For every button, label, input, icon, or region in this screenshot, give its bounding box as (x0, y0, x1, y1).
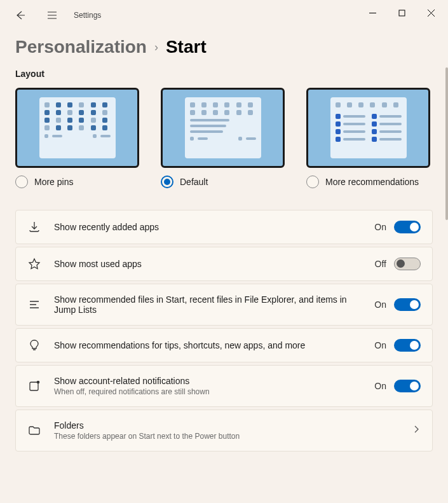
breadcrumb: Personalization › Start (0, 25, 448, 69)
setting-subtitle: When off, required notifications are sti… (54, 387, 362, 396)
toggle-recommendations-tips[interactable] (394, 339, 421, 352)
content: Layout More pins (0, 69, 448, 503)
radio-label: More recommendations (325, 177, 419, 187)
titlebar-left: Settings (0, 0, 101, 31)
setting-recently-added-apps[interactable]: Show recently added apps On (15, 210, 433, 244)
toggle-recently-added[interactable] (394, 221, 421, 233)
chevron-right-icon: › (154, 41, 158, 54)
layout-option-default[interactable]: Default (161, 88, 285, 188)
maximize-button[interactable] (387, 3, 416, 23)
folder-icon (27, 424, 41, 437)
setting-recommended-files[interactable]: Show recommended files in Start, recent … (15, 284, 433, 326)
toggle-state-label: On (374, 222, 386, 232)
toggle-state-label: On (374, 340, 386, 350)
setting-subtitle: These folders appear on Start next to th… (54, 432, 399, 441)
toggle-state-label: On (374, 381, 386, 391)
setting-title: Show recently added apps (54, 222, 362, 232)
radio-default[interactable] (161, 176, 173, 188)
layout-preview-default (161, 88, 285, 168)
layout-preview-more-pins (15, 88, 139, 168)
notification-badge-icon (27, 380, 41, 392)
menu-button[interactable] (42, 5, 62, 25)
radio-label: More pins (34, 177, 73, 187)
app-title: Settings (74, 11, 101, 20)
chevron-right-icon (412, 425, 421, 436)
toggle-most-used[interactable] (394, 258, 421, 270)
download-icon (27, 221, 41, 233)
svg-point-2 (37, 381, 40, 384)
setting-most-used-apps[interactable]: Show most used apps Off (15, 247, 433, 281)
toggle-state-label: On (374, 300, 386, 310)
list-icon (27, 298, 41, 311)
layout-option-more-pins[interactable]: More pins (15, 88, 139, 188)
layout-preview-more-recommendations (306, 88, 430, 168)
setting-title: Show recommended files in Start, recent … (54, 294, 362, 315)
minimize-button[interactable] (358, 3, 387, 23)
toggle-state-label: Off (375, 259, 386, 269)
lightbulb-icon (27, 339, 41, 352)
breadcrumb-parent[interactable]: Personalization (15, 37, 147, 57)
toggle-account-notifications[interactable] (394, 380, 421, 392)
radio-label: Default (180, 177, 208, 187)
setting-title: Show account-related notifications (54, 376, 362, 386)
star-icon (27, 258, 41, 270)
toggle-recommended-files[interactable] (394, 298, 421, 311)
setting-title: Show most used apps (54, 259, 362, 269)
layout-options: More pins (15, 88, 433, 188)
setting-recommendations-tips[interactable]: Show recommendations for tips, shortcuts… (15, 328, 433, 362)
setting-title: Show recommendations for tips, shortcuts… (54, 340, 362, 350)
setting-title: Folders (54, 420, 399, 431)
layout-option-more-recommendations[interactable]: More recommendations (306, 88, 430, 188)
section-title-layout: Layout (15, 69, 433, 79)
setting-folders[interactable]: Folders These folders appear on Start ne… (15, 410, 433, 451)
setting-account-notifications[interactable]: Show account-related notifications When … (15, 365, 433, 407)
breadcrumb-current: Start (166, 37, 207, 57)
back-button[interactable] (10, 5, 31, 25)
scrollbar-vertical[interactable] (445, 67, 448, 220)
radio-more-recommendations[interactable] (306, 176, 319, 188)
svg-rect-1 (30, 382, 38, 390)
close-button[interactable] (416, 3, 445, 23)
radio-more-pins[interactable] (15, 176, 28, 188)
svg-rect-0 (399, 10, 405, 16)
